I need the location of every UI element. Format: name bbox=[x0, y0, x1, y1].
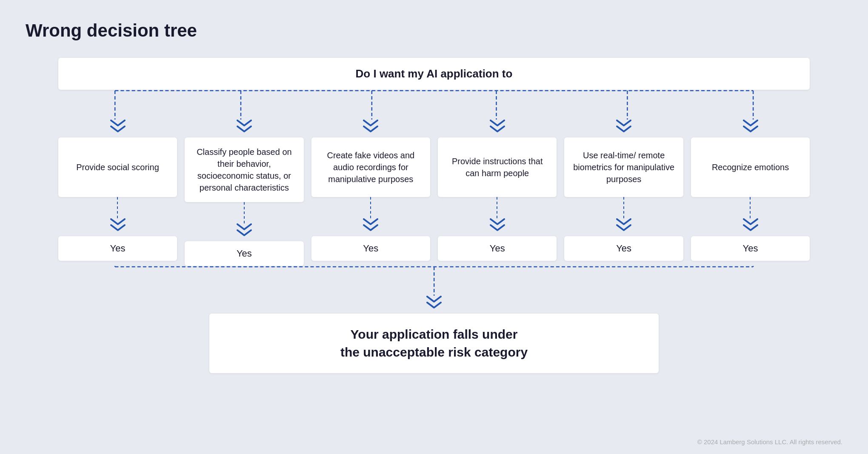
chevron-icon-yes-4 bbox=[615, 218, 632, 232]
chevron-icon-5 bbox=[742, 120, 759, 133]
chevron-icon-yes-0 bbox=[109, 218, 126, 232]
yes-box-4: Yes bbox=[564, 236, 683, 261]
result-box: Your application falls underthe unaccept… bbox=[209, 314, 659, 373]
chevron-icon-1 bbox=[236, 120, 253, 133]
yes-box-1: Yes bbox=[185, 241, 303, 266]
chevron-icon-result bbox=[425, 296, 443, 309]
chevron-icon-yes-5 bbox=[742, 218, 759, 232]
footer-text: © 2024 Lamberg Solutions LLC. All rights… bbox=[697, 438, 842, 445]
column-1: Classify people based on their behavior,… bbox=[185, 120, 303, 266]
diagram: Do I want my AI application to bbox=[26, 58, 842, 373]
v-connector-0 bbox=[117, 197, 118, 218]
condition-box-3: Provide instructions that can harm peopl… bbox=[438, 137, 557, 197]
yes-box-5: Yes bbox=[691, 236, 810, 261]
condition-box-4: Use real-time/ remote biometrics for man… bbox=[564, 137, 683, 197]
chevron-icon-3 bbox=[489, 120, 506, 133]
chevron-icon-4 bbox=[615, 120, 632, 133]
result-text: Your application falls underthe unaccept… bbox=[340, 327, 528, 359]
v-connector-2 bbox=[370, 197, 371, 218]
column-3: Provide instructions that can harm peopl… bbox=[438, 120, 557, 261]
page: Wrong decision tree Do I want my AI appl… bbox=[0, 0, 868, 454]
column-5: Recognize emotions Yes bbox=[691, 120, 810, 261]
page-title: Wrong decision tree bbox=[26, 20, 842, 41]
v-connector-4 bbox=[623, 197, 625, 218]
condition-box-1: Classify people based on their behavior,… bbox=[185, 137, 303, 202]
yes-box-2: Yes bbox=[311, 236, 430, 261]
top-question-box: Do I want my AI application to bbox=[58, 58, 810, 90]
chevron-icon-yes-1 bbox=[236, 223, 253, 237]
condition-box-2: Create fake videos and audio recordings … bbox=[311, 137, 430, 197]
v-connector-1 bbox=[244, 202, 245, 223]
columns-container: Provide social scoring Yes bbox=[58, 120, 810, 266]
yes-box-0: Yes bbox=[58, 236, 177, 261]
bottom-connector-svg bbox=[58, 266, 810, 296]
column-2: Create fake videos and audio recordings … bbox=[311, 120, 430, 261]
condition-box-0: Provide social scoring bbox=[58, 137, 177, 197]
column-0: Provide social scoring Yes bbox=[58, 120, 177, 261]
v-connector-3 bbox=[497, 197, 498, 218]
chevron-icon-0 bbox=[109, 120, 126, 133]
top-connector-svg bbox=[58, 90, 810, 120]
chevron-icon-2 bbox=[362, 120, 379, 133]
chevron-icon-yes-2 bbox=[362, 218, 379, 232]
chevron-icon-yes-3 bbox=[489, 218, 506, 232]
column-4: Use real-time/ remote biometrics for man… bbox=[564, 120, 683, 261]
yes-box-3: Yes bbox=[438, 236, 557, 261]
condition-box-5: Recognize emotions bbox=[691, 137, 810, 197]
v-connector-5 bbox=[750, 197, 751, 218]
